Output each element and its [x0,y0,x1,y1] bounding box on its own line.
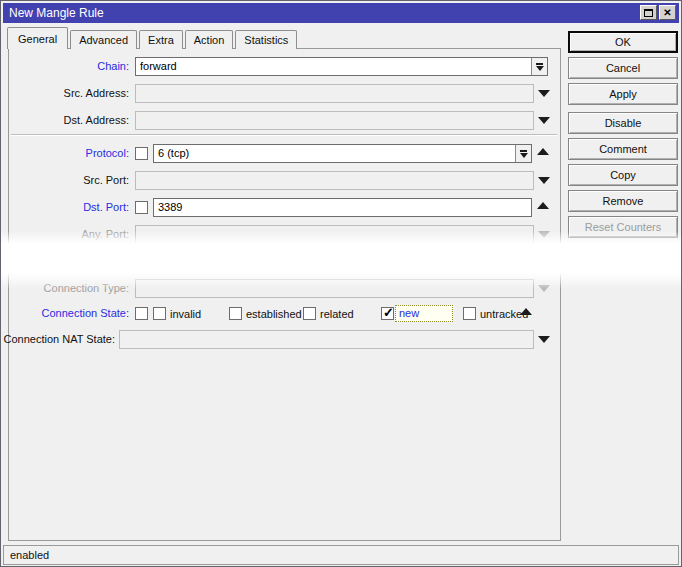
src-address-input[interactable] [135,84,534,103]
separator [11,134,557,136]
chain-label: Chain: [1,57,129,76]
status-bar: enabled [3,545,679,565]
connection-state-new-label[interactable]: new [395,305,453,322]
protocol-label: Protocol: [1,144,129,163]
dst-port-label: Dst. Port: [1,198,129,217]
close-button[interactable]: ✕ [659,5,676,20]
connection-nat-state-label: Connection NAT State: [1,330,115,349]
dropdown-arrow-icon [520,153,528,158]
tab-action[interactable]: Action [185,30,234,49]
new-mangle-rule-window: New Mangle Rule ✕ General Advanced Extra… [0,0,682,567]
protocol-up-arrow-icon[interactable] [537,148,549,155]
protocol-dropdown-button[interactable] [515,145,531,162]
dst-port-up-arrow-icon[interactable] [537,202,549,209]
disable-button[interactable]: Disable [568,112,678,134]
chain-select[interactable]: forward [135,57,548,76]
connection-state-untracked-checkbox[interactable] [463,307,476,320]
connection-type-down-arrow-icon [538,285,550,292]
connection-state-established-checkbox[interactable] [229,307,242,320]
maximize-icon [644,9,653,17]
connection-type-input [135,279,534,298]
window-title: New Mangle Rule [9,6,104,20]
connection-state-invalid-label[interactable]: invalid [170,306,201,322]
maximize-button[interactable] [640,5,657,20]
dst-address-down-arrow-icon[interactable] [538,117,550,124]
status-text: enabled [10,549,49,561]
copy-button[interactable]: Copy [568,164,678,186]
dst-port-checkbox[interactable] [135,201,148,214]
comment-button[interactable]: Comment [568,138,678,160]
titlebar-buttons: ✕ [640,5,676,20]
connection-state-enable-checkbox[interactable] [135,307,148,320]
connection-type-label: Connection Type: [1,279,129,298]
titlebar[interactable]: New Mangle Rule ✕ [3,3,679,23]
any-port-label: Any. Port: [1,225,129,244]
src-address-down-arrow-icon[interactable] [538,90,550,97]
connection-nat-state-down-arrow-icon[interactable] [538,336,550,343]
dst-port-input[interactable]: 3389 [153,198,532,217]
remove-button[interactable]: Remove [568,190,678,212]
connection-state-related-checkbox[interactable] [303,307,316,320]
protocol-value: 6 (tcp) [158,147,189,159]
src-port-label: Src. Port: [1,171,129,190]
tab-bar: General Advanced Extra Action Statistics [7,27,299,49]
ok-button[interactable]: OK [568,31,678,53]
cancel-button[interactable]: Cancel [568,57,678,79]
src-port-down-arrow-icon[interactable] [538,177,550,184]
dst-address-label: Dst. Address: [1,111,129,130]
connection-state-related-label[interactable]: related [320,306,354,322]
src-address-label: Src. Address: [1,84,129,103]
connection-state-invalid-checkbox[interactable] [153,307,166,320]
close-icon: ✕ [663,8,671,18]
dropdown-arrow-icon [520,150,527,152]
apply-button[interactable]: Apply [568,83,678,105]
tab-advanced[interactable]: Advanced [70,30,137,49]
reset-counters-button: Reset Counters [568,216,678,238]
any-port-input [135,225,534,244]
dst-address-input[interactable] [135,111,534,130]
chain-dropdown-button[interactable] [531,58,547,75]
dst-port-value: 3389 [158,201,182,213]
protocol-select[interactable]: 6 (tcp) [153,144,532,163]
connection-state-up-arrow-icon[interactable] [520,308,532,315]
tab-statistics[interactable]: Statistics [235,30,297,49]
connection-state-label: Connection State: [1,304,129,323]
connection-state-established-label[interactable]: established [246,306,302,322]
dropdown-arrow-icon [536,63,543,65]
chain-value: forward [140,60,177,72]
connection-state-new-checkbox[interactable] [381,307,394,320]
tab-general[interactable]: General [7,27,68,49]
dropdown-arrow-icon [536,66,544,71]
protocol-checkbox[interactable] [135,147,148,160]
tab-extra[interactable]: Extra [139,30,183,49]
connection-nat-state-input[interactable] [119,330,534,349]
src-port-input[interactable] [135,171,534,190]
any-port-down-arrow-icon [538,231,550,238]
